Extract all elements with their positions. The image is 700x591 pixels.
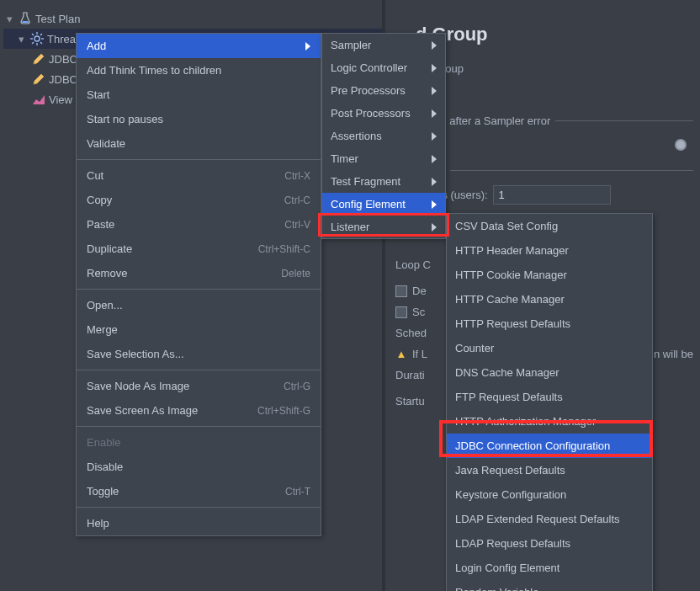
menu-item-label: Copy (87, 194, 112, 206)
beaker-icon (19, 12, 32, 25)
submenu-item-label: Post Processors (331, 107, 411, 120)
submenu-arrow-icon (432, 41, 437, 50)
menu-item-label: Open... (87, 299, 123, 311)
menu-item[interactable]: Validate (77, 131, 321, 156)
scheduler-checkbox[interactable] (395, 306, 407, 318)
submenu-item[interactable]: Logic Controller (322, 56, 445, 79)
config-item[interactable]: CSV Data Set Config (447, 214, 652, 238)
tree-item-label: Test Plan (35, 13, 80, 25)
menu-item-label: Start no pauses (87, 113, 163, 125)
svg-line-6 (40, 42, 42, 44)
menu-item-label: Help (87, 517, 109, 530)
config-item[interactable]: LDAP Request Defaults (447, 531, 652, 556)
submenu-arrow-icon (432, 155, 437, 163)
submenu-arrow-icon (305, 42, 310, 51)
menu-separator (77, 159, 321, 160)
submenu-item[interactable]: Pre Processors (322, 79, 445, 102)
config-item[interactable]: Random Variable (447, 580, 652, 591)
loop-label-fragment: Loop C (395, 258, 431, 271)
submenu-arrow-icon (432, 223, 437, 232)
config-item[interactable]: HTTP Cookie Manager (447, 263, 652, 287)
submenu-item[interactable]: Assertions (322, 125, 445, 147)
submenu-item-label: Sampler (331, 39, 371, 51)
menu-item[interactable]: Add Think Times to children (77, 58, 321, 83)
divider-line (555, 120, 693, 121)
config-item[interactable]: Counter (447, 336, 652, 360)
config-item[interactable]: Login Config Element (447, 556, 652, 580)
config-item[interactable]: HTTP Authorization Manager (447, 409, 652, 434)
menu-item-label: Remove (87, 267, 127, 280)
menu-item-label: Toggle (87, 485, 119, 498)
context-menu: AddAdd Think Times to childrenStartStart… (76, 33, 321, 536)
divider-line (450, 170, 693, 171)
menu-item[interactable]: CutCtrl-X (77, 163, 321, 188)
config-item[interactable]: Keystore Configuration (447, 482, 652, 507)
shortcut-label: Ctrl-G (284, 381, 310, 392)
submenu-item[interactable]: Timer (322, 147, 445, 170)
menu-item[interactable]: Open... (77, 293, 321, 317)
menu-item-label: Save Screen As Image (87, 404, 198, 417)
tree-item-test-plan[interactable]: ▾ Test Plan (3, 8, 382, 29)
menu-item[interactable]: Save Selection As... (77, 342, 321, 366)
submenu-item[interactable]: Listener (322, 216, 445, 238)
scheduler-label-fragment: Sc (412, 306, 425, 318)
shortcut-label: Ctrl+Shift-G (257, 405, 310, 417)
graph-icon (32, 93, 45, 106)
submenu-item-label: Logic Controller (331, 61, 407, 74)
menu-item-label: Enable (87, 436, 120, 449)
pencil-icon (32, 52, 45, 66)
menu-item[interactable]: Help (77, 511, 321, 535)
shortcut-label: Ctrl-C (284, 194, 310, 206)
config-item[interactable]: LDAP Extended Request Defaults (447, 507, 652, 531)
submenu-arrow-icon (432, 132, 437, 141)
menu-item[interactable]: Start (77, 83, 321, 107)
menu-item-label: Merge (87, 323, 118, 336)
menu-item[interactable]: RemoveDelete (77, 261, 321, 285)
menu-item[interactable]: Save Screen As ImageCtrl+Shift-G (77, 398, 321, 423)
svg-marker-9 (33, 95, 45, 104)
menu-item[interactable]: Disable (77, 455, 321, 479)
tree-arrow-icon: ▾ (7, 13, 15, 25)
menu-item[interactable]: Merge (77, 317, 321, 342)
submenu-arrow-icon (432, 200, 437, 209)
menu-item[interactable]: ToggleCtrl-T (77, 479, 321, 503)
config-item[interactable]: HTTP Header Manager (447, 238, 652, 263)
shortcut-label: Ctrl-T (285, 486, 310, 498)
menu-item[interactable]: Start no pauses (77, 107, 321, 131)
menu-item[interactable]: Save Node As ImageCtrl-G (77, 374, 321, 398)
config-item[interactable]: DNS Cache Manager (447, 360, 652, 385)
gear-icon (30, 32, 44, 45)
shortcut-label: Delete (281, 268, 310, 280)
radio-option[interactable] (675, 139, 687, 151)
delay-checkbox[interactable] (395, 285, 407, 297)
menu-item-label: Add (87, 40, 106, 52)
menu-separator (77, 289, 321, 290)
config-item[interactable]: Java Request Defaults (447, 458, 652, 482)
config-item[interactable]: HTTP Cache Manager (447, 287, 652, 311)
submenu-item-label: Assertions (331, 130, 382, 142)
submenu-item-label: Listener (331, 221, 369, 233)
tree-item-label: JDBC (49, 53, 77, 66)
config-item[interactable]: FTP Request Defaults (447, 385, 652, 409)
threads-input[interactable] (493, 185, 611, 205)
startup-label-fragment: Startu (395, 395, 425, 407)
submenu-arrow-icon (432, 87, 437, 95)
menu-item-label: Add Think Times to children (87, 64, 221, 77)
config-item[interactable]: HTTP Request Defaults (447, 311, 652, 336)
menu-item-label: Save Selection As... (87, 348, 184, 360)
submenu-item[interactable]: Config Element (322, 193, 445, 216)
menu-item[interactable]: Add (77, 34, 321, 58)
submenu-item[interactable]: Post Processors (322, 102, 445, 125)
menu-item-label: Validate (87, 137, 125, 150)
pencil-icon (32, 72, 45, 86)
menu-item[interactable]: PasteCtrl-V (77, 212, 321, 237)
menu-separator (77, 426, 321, 427)
tree-item-label: View (49, 93, 72, 106)
submenu-item[interactable]: Sampler (322, 34, 445, 56)
menu-item[interactable]: DuplicateCtrl+Shift-C (77, 237, 321, 261)
submenu-item-label: Timer (331, 152, 358, 165)
config-item[interactable]: JDBC Connection Configuration (447, 434, 652, 458)
svg-line-7 (40, 34, 42, 35)
menu-item[interactable]: CopyCtrl-C (77, 188, 321, 212)
submenu-item[interactable]: Test Fragment (322, 170, 445, 193)
